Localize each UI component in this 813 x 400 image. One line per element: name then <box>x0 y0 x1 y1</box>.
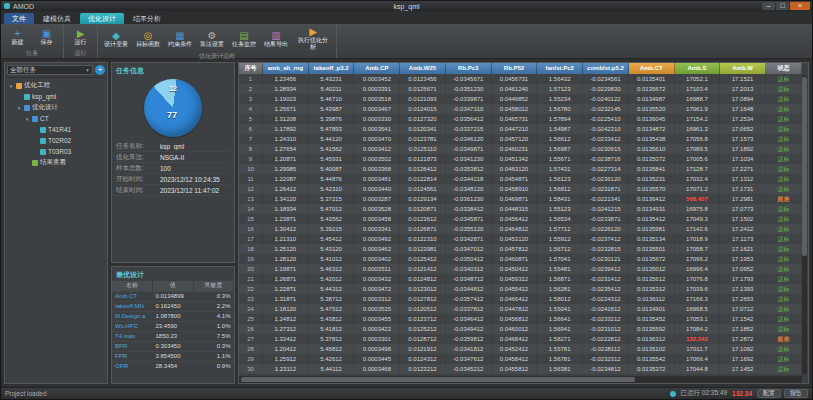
table-row[interactable]: 261.273125.418120.00034220.0125212-0.034… <box>239 324 802 334</box>
maximize-button[interactable]: □ <box>776 2 789 10</box>
column-header-Rb.P52[interactable]: Rb.P52 <box>492 63 538 74</box>
best-value-cell: 3.854500 <box>153 351 194 361</box>
ribbon-button-目标函数[interactable]: ◎目标函数 <box>133 25 163 52</box>
ribbon-button-任务监控[interactable]: ▤任务监控 <box>229 25 259 52</box>
data-cell: 0.0003330 <box>354 114 400 124</box>
table-row[interactable]: 101.299855.400870.00033680.0126412-0.035… <box>239 164 802 174</box>
horizontal-scrollbar[interactable] <box>239 376 802 383</box>
table-row[interactable]: 231.318715.387120.00033120.0127812-0.035… <box>239 294 802 304</box>
table-row[interactable]: 221.228715.443120.00034720.0123012-0.034… <box>239 284 802 294</box>
tree-item-ksp_qml[interactable]: ksp_qml <box>5 91 107 102</box>
column-header-序号[interactable]: 序号 <box>239 63 263 74</box>
tree-item-CT[interactable]: ▾CT <box>5 113 107 124</box>
table-row[interactable]: 81.276545.415620.00034120.0125110-0.0349… <box>239 144 802 154</box>
column-header-Amb.W25[interactable]: Amb.W25 <box>400 63 446 74</box>
table-row[interactable]: 291.259125.426120.00034450.0124312-0.034… <box>239 354 802 364</box>
table-row[interactable]: 11.234565.432310.00034520.0123456-0.0345… <box>239 74 802 84</box>
table-row[interactable]: 201.198715.463120.00035110.0121412-0.034… <box>239 264 802 274</box>
table-row[interactable]: 151.238715.435620.00034580.0123612-0.034… <box>239 214 802 224</box>
best-value-cell: 1.1% <box>193 351 234 361</box>
column-header-amb_alt_rng[interactable]: amb_alt_rng <box>263 63 309 74</box>
table-row[interactable]: 181.251205.431200.00034620.0123981-0.034… <box>239 244 802 254</box>
data-cell: 21 <box>239 274 263 284</box>
data-cell: 17.1852 <box>720 324 766 334</box>
table-row[interactable]: 171.213105.454120.00034920.0122310-0.034… <box>239 234 802 244</box>
table-row[interactable]: 241.181205.475120.00035350.0120512-0.033… <box>239 304 802 314</box>
tree-item-T03R03[interactable]: T03R03 <box>5 146 107 157</box>
table-row[interactable]: 111.220875.448760.00034810.0122814-0.034… <box>239 174 802 184</box>
column-header-状态[interactable]: 状态 <box>766 63 802 74</box>
column-header-Amb.S[interactable]: Amb.S <box>675 63 721 74</box>
table-row[interactable]: 41.256715.439870.00034670.0124015-0.0347… <box>239 104 802 114</box>
best-row[interactable]: OPR28.34540.9% <box>112 361 234 371</box>
tree-item-优化工程[interactable]: ▾优化工程 <box>5 80 107 91</box>
ribbon-button-设计变量[interactable]: ◆设计变量 <box>101 25 131 52</box>
table-row[interactable]: 131.341205.372150.00032870.0129134-0.036… <box>239 194 802 204</box>
data-cell: 0.0458412 <box>492 354 538 364</box>
column-header-fanlst.Pc2[interactable]: fanlst.Pc2 <box>537 63 583 74</box>
ribbon-button-新建[interactable]: +新建 <box>4 25 31 49</box>
column-header-Amb.W[interactable]: Amb.W <box>720 63 766 74</box>
best-value-cell: 0.162450 <box>153 301 194 311</box>
data-cell: -0.0347612 <box>446 354 492 364</box>
tab-文件[interactable]: 文件 <box>4 13 34 24</box>
table-row[interactable]: 191.281205.410120.00034020.0125412-0.035… <box>239 254 802 264</box>
table-row[interactable]: 251.248125.438120.00034550.0123712-0.034… <box>239 314 802 324</box>
vertical-scrollbar[interactable] <box>802 75 807 374</box>
best-row[interactable]: FPR3.8545001.1% <box>112 351 234 361</box>
best-row[interactable]: Amb.CT0.01348990.3% <box>112 291 234 301</box>
ribbon-button-运行[interactable]: ▶运行 <box>67 25 94 49</box>
tree-item-结果查看[interactable]: 结果查看 <box>5 157 107 168</box>
table-row[interactable]: 71.243105.441200.00034700.0123781-0.0346… <box>239 134 802 144</box>
tree-item-T02R02[interactable]: T02R02 <box>5 135 107 146</box>
table-row[interactable]: 61.178925.478930.00035410.0120341-0.0337… <box>239 124 802 134</box>
ribbon-button-约束条件[interactable]: ▦约束条件 <box>165 25 195 52</box>
tree-expander-icon[interactable]: ▾ <box>8 83 14 89</box>
data-cell: 0.0469871 <box>492 194 538 204</box>
tab-优化设计[interactable]: 优化设计 <box>80 13 124 24</box>
tab-建模仿真[interactable]: 建模仿真 <box>35 13 79 24</box>
best-row[interactable]: Wc.HPC23.45901.0% <box>112 321 234 331</box>
best-row[interactable]: BPR0.3034500.3% <box>112 341 234 351</box>
best-row[interactable]: T4.max1850.237.5% <box>112 331 234 341</box>
ribbon-button-执行优化分析[interactable]: ▶执行优化分析 <box>293 25 333 52</box>
data-cell: 0.0125110 <box>400 144 446 154</box>
tree-expander-icon[interactable]: ▾ <box>16 105 22 111</box>
data-cell: 9 <box>239 154 263 164</box>
statusbar-button-报告[interactable]: 报告 <box>784 389 808 398</box>
table-row[interactable]: 31.190235.467100.00035180.0121093-0.0339… <box>239 94 802 104</box>
table-row[interactable]: 301.231125.441120.00034680.0123212-0.034… <box>239 364 802 374</box>
tree-expander-icon[interactable]: ▾ <box>24 116 30 122</box>
table-row[interactable]: 91.208715.459310.00035020.0121873-0.0341… <box>239 154 802 164</box>
minimize-button[interactable]: – <box>762 2 775 10</box>
data-cell: 5.43120 <box>309 244 355 254</box>
horizontal-scrollbar-thumb[interactable] <box>241 377 635 382</box>
table-row[interactable]: 161.304125.392150.00033410.0126871-0.035… <box>239 224 802 234</box>
tree-item-T41R41[interactable]: T41R41 <box>5 124 107 135</box>
table-row[interactable]: 51.312085.398760.00033300.0127320-0.0356… <box>239 114 802 124</box>
column-header-Rb.Pc3[interactable]: Rb.Pc3 <box>446 63 492 74</box>
ribbon-button-结果导出[interactable]: ▥结果导出 <box>261 25 291 52</box>
tree-filter-dropdown[interactable]: 全部任务 ▼ <box>7 65 93 75</box>
table-row[interactable]: 121.264125.423100.00034400.0124561-0.034… <box>239 184 802 194</box>
ribbon-button-算法设置[interactable]: ⚙算法设置 <box>197 25 227 52</box>
best-row[interactable]: takeoff.MN0.1624502.2% <box>112 301 234 311</box>
table-row[interactable]: 271.334125.378120.00033010.0128712-0.035… <box>239 334 802 344</box>
column-header-takeoff_p3.2[interactable]: takeoff_p3.2 <box>309 63 355 74</box>
column-header-Amb.CP[interactable]: Amb.CP <box>354 63 400 74</box>
vertical-scrollbar-thumb[interactable] <box>802 77 807 256</box>
tab-结果分析[interactable]: 结果分析 <box>125 13 169 24</box>
column-header-comblst.p5.2[interactable]: comblst.p5.2 <box>583 63 629 74</box>
statusbar-button-配置[interactable]: 配置 <box>757 389 781 398</box>
table-row[interactable]: 141.189345.470120.00035280.0120871-0.033… <box>239 204 802 214</box>
table-row[interactable]: 21.289345.402110.00033910.0125671-0.0351… <box>239 84 802 94</box>
table-row[interactable]: 281.204125.458120.00034980.0121912-0.034… <box>239 344 802 354</box>
table-row[interactable]: 211.268715.420120.00034320.0124812-0.034… <box>239 274 802 284</box>
best-row[interactable]: M.Design.a1.0878004.1% <box>112 311 234 321</box>
data-cell: 10 <box>239 164 263 174</box>
close-button[interactable]: × <box>790 2 810 10</box>
add-task-button[interactable]: + <box>95 65 105 75</box>
column-header-Amb.CT[interactable]: Amb.CT <box>629 63 675 74</box>
ribbon-button-保存[interactable]: ▣保存 <box>33 25 60 49</box>
tree-item-优化设计[interactable]: ▾优化设计 <box>5 102 107 113</box>
